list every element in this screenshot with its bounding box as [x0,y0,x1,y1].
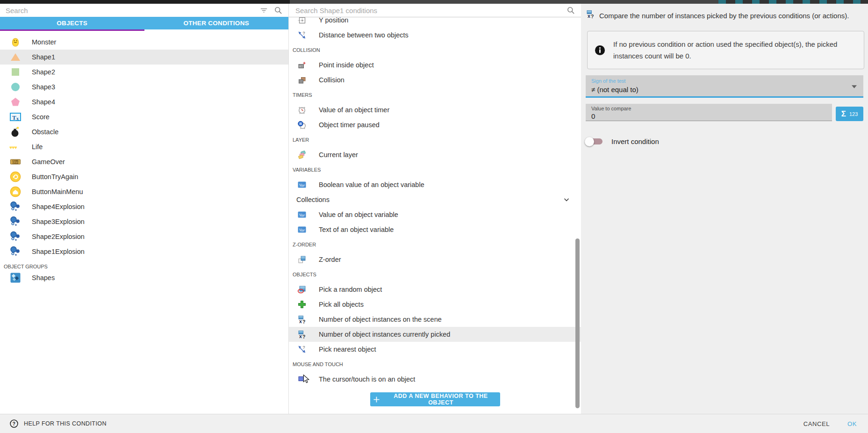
condition-list-item[interactable]: Y position [289,17,581,28]
object-list-item[interactable]: TxScore [0,109,288,124]
svg-text:?: ? [303,31,305,36]
sign-of-test-label: Sign of the test [591,78,858,84]
object-list-item[interactable]: Shape2 [0,65,288,79]
explosion-icon [9,231,22,243]
svg-text:?: ? [303,345,305,350]
scrollbar-thumb[interactable] [575,238,580,408]
triangle-icon [9,51,22,63]
condition-list-item[interactable]: The cursor/touch is on an object [289,372,581,387]
object-list-item[interactable]: ButtonTryAgain [0,169,288,184]
condition-list-item[interactable]: VarText of an object variable [289,222,581,237]
object-list-item[interactable]: Shape2Explosion [0,229,288,244]
object-label: Shape1 [32,53,55,61]
ok-button[interactable]: OK [847,420,857,427]
cancel-button[interactable]: CANCEL [803,420,830,427]
dialog-footer: ? HELP FOR THIS CONDITION CANCEL OK [0,414,868,433]
object-list-item[interactable]: ♥♥♥Life [0,139,288,154]
object-list-item[interactable]: Shapes [0,270,288,285]
add-behavior-button[interactable]: ADD A NEW BEHAVIOR TO THE OBJECT [370,392,500,406]
tab-other-conditions[interactable]: OTHER CONDITIONS [144,17,289,29]
object-list-item[interactable]: ButtonMainMenu [0,184,288,199]
object-label: Score [32,113,50,121]
condition-list-item[interactable]: ?Pick nearest object [289,342,581,357]
condition-label: Z-order [319,256,341,263]
condition-section-header: COLLISION [289,43,581,58]
search-icon[interactable] [567,6,575,15]
object-search-input[interactable] [5,6,259,15]
condition-label: Pick a random object [319,286,382,293]
plus-icon [373,396,380,403]
object-list-item[interactable]: Shape4Explosion [0,199,288,214]
condition-list-item[interactable]: Z-order [289,252,581,267]
condition-list-item[interactable]: Point inside object [289,58,581,72]
object-label: Obstacle [32,128,58,136]
condition-list-item[interactable]: Collision [289,72,581,87]
object-label: Shape3Explosion [32,218,85,225]
svg-text:x: x [16,116,19,121]
condition-list-item[interactable]: Pick all objects [289,297,581,312]
help-button[interactable]: ? HELP FOR THIS CONDITION [9,419,107,428]
condition-list-item[interactable]: x?Number of object instances currently p… [289,327,581,342]
info-icon [595,45,605,56]
object-list-item[interactable]: Shape3 [0,79,288,94]
condition-label: Value of an object variable [319,211,398,218]
condition-list-item[interactable]: x?Number of object instances on the scen… [289,312,581,327]
background-window-strip [0,0,868,4]
condition-label: Boolean value of an object variable [319,181,424,188]
condition-label: Distance between two objects [319,31,409,39]
condition-list-item[interactable]: Current layer [289,147,581,162]
search-icon[interactable] [274,6,283,15]
explosion-icon [9,201,22,213]
condition-parameters-panel: x? Compare the number of instances picke… [581,4,868,414]
condition-label: Pick all objects [319,301,364,308]
value-to-compare-input[interactable] [591,112,826,120]
svg-text:♥♥♥: ♥♥♥ [9,144,17,150]
filter-icon[interactable] [259,6,268,15]
condition-label: Number of object instances on the scene [319,316,442,323]
condition-label: Point inside object [319,61,374,69]
variable-icon: Var [297,210,307,219]
condition-list-item[interactable]: Object timer paused [289,117,581,132]
object-label: Shape2 [32,68,55,76]
object-list-item[interactable]: Shape1 [0,50,288,65]
object-group-icon [9,272,22,284]
help-label: HELP FOR THIS CONDITION [24,420,107,427]
object-groups-header: OBJECT GROUPS [4,264,288,269]
expression-builder-button[interactable]: Σ 123 [836,107,863,121]
sign-of-test-select[interactable]: Sign of the test ≠ (not equal to) [586,75,863,98]
object-panel-tabs: OBJECTS OTHER CONDITIONS [0,17,288,29]
condition-list: Y position?Distance between two objectsC… [289,17,581,414]
object-search-row [0,4,288,17]
condition-label: Text of an object variable [319,226,394,233]
svg-text:x: x [588,13,590,19]
condition-list-item[interactable]: Value of an object timer [289,102,581,117]
condition-picker-panel: Y position?Distance between two objectsC… [289,4,581,414]
point-inside-icon [297,60,307,70]
explosion-icon [9,216,22,228]
add-behavior-label: ADD A NEW BEHAVIOR TO THE OBJECT [385,393,497,406]
bomb-icon [9,126,22,138]
condition-list-item[interactable]: VarValue of an object variable [289,207,581,222]
condition-search-row [289,4,581,17]
condition-list-item[interactable]: VarBoolean value of an object variable [289,177,581,192]
object-list-item[interactable]: GAMEOVERGameOver [0,154,288,169]
object-list-item[interactable]: Shape4 [0,94,288,109]
y-position-icon [297,17,307,25]
condition-search-input[interactable] [294,6,567,15]
info-box: If no previous condition or action used … [587,31,864,69]
condition-rows: Y position?Distance between two objectsC… [289,17,581,387]
condition-label: Collision [319,76,344,84]
object-list-item[interactable]: Shape1Explosion [0,244,288,259]
tab-objects[interactable]: OBJECTS [0,17,144,29]
object-list-item[interactable]: Shape3Explosion [0,214,288,229]
svg-text:x: x [299,333,302,339]
subsection-label: Collections [296,196,330,203]
object-list-item[interactable]: Monster [0,35,288,50]
object-list-item[interactable]: Obstacle [0,124,288,139]
invert-condition-toggle[interactable] [587,138,603,144]
svg-text:?: ? [302,334,305,339]
condition-list-item[interactable]: ?Distance between two objects [289,28,581,43]
condition-label: Number of object instances currently pic… [319,331,450,338]
condition-subsection[interactable]: Collections [289,192,581,207]
condition-list-item[interactable]: Pick a random object [289,282,581,297]
